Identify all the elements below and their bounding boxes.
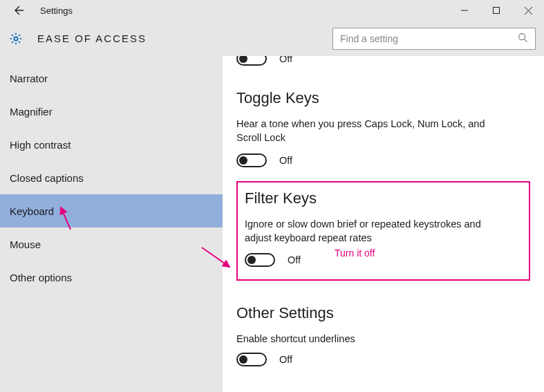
sidebar-item-label: Mouse: [10, 239, 41, 250]
annotation-text: Turn it off: [335, 248, 375, 259]
svg-point-4: [14, 37, 17, 40]
window-title: Settings: [40, 6, 73, 16]
window-controls: [449, 0, 544, 21]
search-box[interactable]: [332, 28, 536, 50]
maximize-icon: [493, 7, 500, 14]
breadcrumb: EASE OF ACCESS: [37, 32, 147, 44]
minimize-icon: [461, 7, 468, 14]
svg-point-13: [519, 33, 525, 39]
svg-line-10: [19, 41, 20, 43]
content: Narrator Magnifier High contrast Closed …: [0, 56, 544, 392]
sidebar-item-magnifier[interactable]: Magnifier: [0, 95, 223, 128]
sidebar-item-label: Narrator: [10, 73, 48, 84]
toggle-switch[interactable]: [236, 56, 267, 66]
toggle-label: Off: [279, 56, 292, 64]
toggle-switch-toggle-keys[interactable]: [236, 153, 267, 167]
description-other-settings: Enable shortcut underlines: [236, 332, 499, 346]
sidebar-item-label: High contrast: [10, 139, 71, 151]
toggle-switch-filter-keys[interactable]: [245, 253, 275, 267]
toggle-row-top: Off: [236, 56, 530, 66]
sidebar-item-other-options[interactable]: Other options: [0, 261, 223, 294]
toggle-row-other-settings: Off: [236, 353, 530, 366]
maximize-button[interactable]: [480, 0, 512, 21]
svg-line-14: [525, 39, 527, 41]
sidebar: Narrator Magnifier High contrast Closed …: [0, 56, 223, 392]
sidebar-item-label: Magnifier: [10, 106, 53, 118]
sidebar-item-high-contrast[interactable]: High contrast: [0, 128, 223, 161]
svg-line-11: [12, 41, 13, 43]
search-input[interactable]: [340, 33, 518, 44]
close-button[interactable]: [512, 0, 544, 21]
minimize-button[interactable]: [449, 0, 480, 21]
svg-line-9: [12, 35, 13, 36]
toggle-row-toggle-keys: Off: [236, 153, 530, 167]
arrow-left-icon: [12, 5, 24, 16]
section-title-filter-keys: Filter Keys: [245, 189, 522, 207]
toggle-label: Off: [288, 254, 301, 265]
main-panel: Off Toggle Keys Hear a tone when you pre…: [223, 56, 544, 392]
toggle-label: Off: [279, 354, 292, 365]
svg-line-12: [19, 35, 20, 36]
section-title-toggle-keys: Toggle Keys: [236, 89, 530, 107]
description-filter-keys: Ignore or slow down brief or repeated ke…: [245, 217, 507, 245]
sidebar-item-label: Keyboard: [10, 205, 54, 217]
title-bar: Settings: [0, 0, 544, 21]
annotation-box-filter-keys: Filter Keys Ignore or slow down brief or…: [236, 181, 530, 281]
search-icon: [518, 32, 528, 45]
sidebar-item-keyboard[interactable]: Keyboard: [0, 194, 223, 227]
header: EASE OF ACCESS: [0, 21, 544, 56]
sidebar-item-narrator[interactable]: Narrator: [0, 62, 223, 95]
toggle-row-filter-keys: Off: [245, 253, 522, 267]
gear-icon: [8, 31, 24, 46]
svg-rect-1: [494, 8, 500, 14]
toggle-switch-other-settings[interactable]: [236, 353, 267, 366]
close-icon: [525, 7, 532, 15]
back-button[interactable]: [8, 0, 28, 21]
toggle-label: Off: [279, 155, 292, 166]
description-toggle-keys: Hear a tone when you press Caps Lock, Nu…: [236, 117, 499, 145]
sidebar-item-mouse[interactable]: Mouse: [0, 227, 223, 261]
sidebar-item-label: Other options: [10, 272, 72, 283]
sidebar-item-closed-captions[interactable]: Closed captions: [0, 161, 223, 194]
sidebar-item-label: Closed captions: [10, 172, 84, 184]
section-title-other-settings: Other Settings: [236, 304, 530, 322]
